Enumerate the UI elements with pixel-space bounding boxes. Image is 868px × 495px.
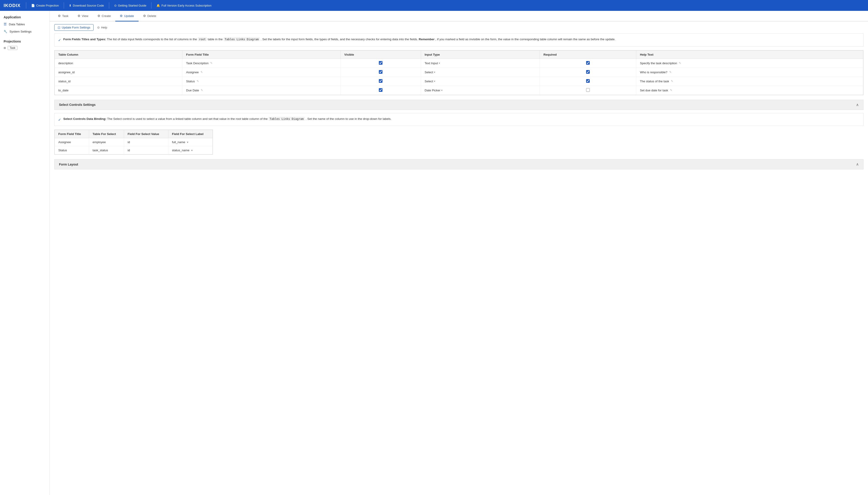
main-content: ⚙ Task ⚙ View ⚙ Create ⚙ Update ⚙ Delete — [50, 11, 868, 495]
sidebar-item-system-settings[interactable]: 🔧 System Settings — [0, 28, 50, 35]
projections-section-title: Projections — [0, 37, 50, 45]
form-fields-table-wrapper: Table Column Form Field Title Visible In… — [54, 50, 864, 95]
label-dropdown-arrow-1[interactable]: ▾ — [191, 149, 193, 152]
cell-visible-1 — [340, 68, 421, 76]
info-circle-icon: ⊙ — [114, 4, 117, 7]
label-dropdown-arrow-0[interactable]: ▾ — [187, 141, 188, 144]
col-table-column: Table Column — [55, 50, 182, 58]
visible-checkbox-1[interactable] — [379, 70, 383, 74]
cell-required-3 — [540, 86, 636, 95]
gear-icon-task: ⚙ — [58, 14, 61, 18]
create-projection-nav[interactable]: 📄 Create Projection — [28, 0, 62, 11]
tab-view[interactable]: ⚙ View — [73, 11, 93, 21]
content-area: ✓ Form Fields Titles and Types: The list… — [50, 33, 868, 174]
cell-table-column-3: to_date — [55, 86, 182, 95]
tabs-bar: ⚙ Task ⚙ View ⚙ Create ⚙ Update ⚙ Delete — [50, 11, 868, 21]
doc-icon: 📄 — [31, 4, 35, 7]
check-icon: ✓ — [58, 37, 61, 43]
visible-checkbox-2[interactable] — [379, 79, 383, 83]
form-layout-toggle-icon[interactable]: ∧ — [856, 162, 859, 167]
help-button[interactable]: ⊙ Help — [97, 26, 107, 29]
select-table-row: Status task_status id status_name ▾ — [55, 146, 213, 154]
required-checkbox-0[interactable] — [586, 61, 590, 65]
table-header-row: Table Column Form Field Title Visible In… — [55, 50, 863, 58]
edit-field-title-icon-2[interactable]: ✎ — [197, 80, 199, 83]
col-required: Required — [540, 50, 636, 58]
gear-icon-delete: ⚙ — [143, 14, 146, 18]
edit-help-text-icon-0[interactable]: ✎ — [679, 62, 681, 65]
top-navigation: IKODIX 📄 Create Projection ⬇ Download So… — [0, 0, 868, 11]
required-checkbox-1[interactable] — [586, 70, 590, 74]
cell-visible-3 — [340, 86, 421, 95]
task-badge[interactable]: Task — [8, 46, 17, 50]
wrench-icon: 🔧 — [4, 30, 7, 33]
cell-input-type-0: Text Input ▾ — [421, 58, 540, 68]
cell-required-0 — [540, 58, 636, 68]
gear-icon-update: ⚙ — [120, 14, 123, 18]
form-icon: ◫ — [58, 26, 60, 29]
input-type-dropdown-2[interactable]: ▾ — [434, 80, 435, 83]
full-version-nav[interactable]: 🔔 Full Version Early Access Subscription — [153, 0, 214, 11]
input-type-dropdown-0[interactable]: ▾ — [439, 62, 440, 65]
sidebar-item-task[interactable]: ⊞ Task — [0, 45, 50, 51]
check-icon-select: ✓ — [58, 117, 61, 123]
col-visible: Visible — [340, 50, 421, 58]
sidebar: Application ☰ Data Tables 🔧 System Setti… — [0, 11, 50, 495]
cell-table-column-2: status_id — [55, 76, 182, 86]
cell-help-text-2: The status of the task ✎ — [636, 76, 863, 86]
col-field-for-select-label: Field For Select Label — [168, 130, 212, 138]
sel-cell-table-for-select-0: employee — [89, 138, 124, 146]
select-controls-toggle-icon[interactable]: ∧ — [856, 103, 859, 107]
cell-form-field-title-0: Task Description ✎ — [182, 58, 341, 68]
edit-field-title-icon-0[interactable]: ✎ — [210, 62, 212, 65]
cell-help-text-3: Set due date for task ✎ — [636, 86, 863, 95]
select-controls-info: ✓ Select Controls Data Binding: The Sele… — [54, 113, 864, 126]
edit-field-title-icon-1[interactable]: ✎ — [200, 71, 203, 74]
table-row: assignee_id Assignee ✎ Select ▾ — [55, 68, 863, 76]
getting-started-nav[interactable]: ⊙ Getting Started Guide — [111, 0, 149, 11]
download-icon: ⬇ — [69, 4, 71, 7]
select-controls-table: Form Field Title Table For Select Field … — [54, 130, 213, 154]
cell-help-text-1: Who is responsible? ✎ — [636, 68, 863, 76]
sel-cell-table-for-select-1: task_status — [89, 146, 124, 154]
cell-required-1 — [540, 68, 636, 76]
col-table-for-select: Table For Select — [89, 130, 124, 138]
col-input-type: Input Type — [421, 50, 540, 58]
col-field-for-select-value: Field For Select Value — [124, 130, 168, 138]
projection-grid-icon: ⊞ — [4, 46, 6, 50]
cell-visible-0 — [340, 58, 421, 68]
input-type-dropdown-3[interactable]: ▾ — [441, 89, 443, 92]
visible-checkbox-3[interactable] — [379, 88, 383, 92]
select-controls-info-text: Select Controls Data Binding: The Select… — [63, 117, 391, 121]
required-checkbox-2[interactable] — [586, 79, 590, 83]
table-row: status_id Status ✎ Select ▾ — [55, 76, 863, 86]
edit-field-title-icon-3[interactable]: ✎ — [201, 89, 203, 92]
download-source-nav[interactable]: ⬇ Download Source Code — [66, 0, 107, 11]
tab-delete[interactable]: ⚙ Delete — [139, 11, 161, 21]
form-fields-info-text: Form Fields Titles and Types: The list o… — [63, 37, 616, 42]
tab-task[interactable]: ⚙ Task — [53, 11, 73, 21]
edit-help-text-icon-3[interactable]: ✎ — [670, 89, 672, 92]
nav-divider-4 — [151, 2, 152, 8]
select-table-header-row: Form Field Title Table For Select Field … — [55, 130, 213, 138]
sidebar-item-data-tables[interactable]: ☰ Data Tables — [0, 20, 50, 28]
tab-create[interactable]: ⚙ Create — [93, 11, 116, 21]
tab-update[interactable]: ⚙ Update — [115, 11, 139, 21]
edit-help-text-icon-1[interactable]: ✎ — [669, 71, 672, 74]
gear-icon-view: ⚙ — [77, 14, 81, 18]
cell-input-type-2: Select ▾ — [421, 76, 540, 86]
update-form-settings-button[interactable]: ◫ Update Form Settings — [54, 24, 93, 31]
col-help-text: Help Text — [636, 50, 863, 58]
col-form-field-title-sel: Form Field Title — [55, 130, 89, 138]
application-section-title: Application — [0, 13, 50, 20]
sel-cell-field-for-value-0: id — [124, 138, 168, 146]
cell-table-column-0: description — [55, 58, 182, 68]
app-layout: Application ☰ Data Tables 🔧 System Setti… — [0, 11, 868, 495]
cell-form-field-title-3: Due Date ✎ — [182, 86, 341, 95]
edit-help-text-icon-2[interactable]: ✎ — [671, 80, 673, 83]
visible-checkbox-0[interactable] — [379, 61, 383, 65]
cell-form-field-title-2: Status ✎ — [182, 76, 341, 86]
required-checkbox-3[interactable] — [586, 88, 590, 92]
select-controls-table-wrapper: Form Field Title Table For Select Field … — [54, 130, 213, 155]
input-type-dropdown-1[interactable]: ▾ — [434, 71, 435, 74]
